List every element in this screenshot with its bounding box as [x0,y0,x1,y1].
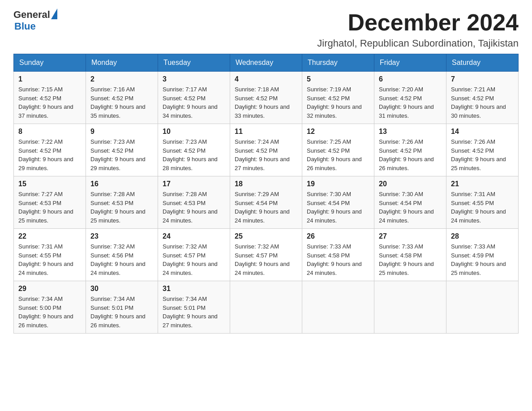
day-number: 19 [307,180,369,188]
day-info: Sunrise: 7:33 AMSunset: 4:59 PMDaylight:… [451,243,506,276]
page-header: General Blue December 2024 Jirghatol, Re… [13,9,519,49]
day-number: 11 [235,128,297,136]
table-row: 19 Sunrise: 7:30 AMSunset: 4:54 PMDaylig… [302,176,374,229]
day-info: Sunrise: 7:27 AMSunset: 4:53 PMDaylight:… [18,191,73,224]
col-friday: Friday [374,54,446,72]
day-info: Sunrise: 7:16 AMSunset: 4:52 PMDaylight:… [90,86,146,119]
table-row: 25 Sunrise: 7:32 AMSunset: 4:57 PMDaylig… [230,229,302,281]
day-info: Sunrise: 7:28 AMSunset: 4:53 PMDaylight:… [90,191,146,224]
table-row: 29 Sunrise: 7:34 AMSunset: 5:00 PMDaylig… [14,281,86,334]
day-info: Sunrise: 7:23 AMSunset: 4:52 PMDaylight:… [90,138,146,171]
week-row-2: 8 Sunrise: 7:22 AMSunset: 4:52 PMDayligh… [14,124,519,176]
day-number: 17 [163,180,225,188]
day-info: Sunrise: 7:30 AMSunset: 4:54 PMDaylight:… [379,191,434,224]
table-row: 13 Sunrise: 7:26 AMSunset: 4:52 PMDaylig… [374,124,446,176]
day-info: Sunrise: 7:30 AMSunset: 4:54 PMDaylight:… [307,191,362,224]
day-info: Sunrise: 7:34 AMSunset: 5:00 PMDaylight:… [18,295,73,329]
col-monday: Monday [86,54,158,72]
table-row [302,281,374,334]
table-row: 4 Sunrise: 7:18 AMSunset: 4:52 PMDayligh… [230,72,302,124]
day-info: Sunrise: 7:18 AMSunset: 4:52 PMDaylight:… [235,86,290,119]
day-info: Sunrise: 7:31 AMSunset: 4:55 PMDaylight:… [451,191,506,224]
day-number: 30 [90,285,153,293]
day-number: 31 [163,285,225,293]
day-info: Sunrise: 7:24 AMSunset: 4:52 PMDaylight:… [235,138,290,171]
table-row: 14 Sunrise: 7:26 AMSunset: 4:52 PMDaylig… [446,124,519,176]
day-number: 27 [379,232,442,240]
day-number: 2 [90,75,153,83]
table-row: 18 Sunrise: 7:29 AMSunset: 4:54 PMDaylig… [230,176,302,229]
table-row [374,281,446,334]
title-area: December 2024 Jirghatol, Republican Subo… [317,9,519,49]
day-info: Sunrise: 7:29 AMSunset: 4:54 PMDaylight:… [235,191,290,224]
table-row [230,281,302,334]
table-row: 30 Sunrise: 7:34 AMSunset: 5:01 PMDaylig… [86,281,158,334]
table-row: 7 Sunrise: 7:21 AMSunset: 4:52 PMDayligh… [446,72,519,124]
table-row: 12 Sunrise: 7:25 AMSunset: 4:52 PMDaylig… [302,124,374,176]
table-row: 16 Sunrise: 7:28 AMSunset: 4:53 PMDaylig… [86,176,158,229]
table-row: 28 Sunrise: 7:33 AMSunset: 4:59 PMDaylig… [446,229,519,281]
day-info: Sunrise: 7:23 AMSunset: 4:52 PMDaylight:… [163,138,218,171]
table-row: 9 Sunrise: 7:23 AMSunset: 4:52 PMDayligh… [86,124,158,176]
table-row: 8 Sunrise: 7:22 AMSunset: 4:52 PMDayligh… [14,124,86,176]
day-info: Sunrise: 7:15 AMSunset: 4:52 PMDaylight:… [18,86,73,119]
table-row [446,281,519,334]
table-row: 22 Sunrise: 7:31 AMSunset: 4:55 PMDaylig… [14,229,86,281]
table-row: 2 Sunrise: 7:16 AMSunset: 4:52 PMDayligh… [86,72,158,124]
table-row: 5 Sunrise: 7:19 AMSunset: 4:52 PMDayligh… [302,72,374,124]
day-info: Sunrise: 7:25 AMSunset: 4:52 PMDaylight:… [307,138,362,171]
day-info: Sunrise: 7:34 AMSunset: 5:01 PMDaylight:… [163,295,218,329]
day-info: Sunrise: 7:19 AMSunset: 4:52 PMDaylight:… [307,86,362,119]
day-number: 4 [235,75,297,83]
day-number: 29 [18,285,81,293]
month-title: December 2024 [317,9,519,36]
day-info: Sunrise: 7:34 AMSunset: 5:01 PMDaylight:… [90,295,146,329]
day-number: 3 [163,75,225,83]
day-info: Sunrise: 7:26 AMSunset: 4:52 PMDaylight:… [451,138,506,171]
day-number: 9 [90,128,153,136]
location-subtitle: Jirghatol, Republican Subordination, Taj… [317,38,519,49]
logo-text-blue: Blue [14,21,57,32]
day-info: Sunrise: 7:26 AMSunset: 4:52 PMDaylight:… [379,138,434,171]
table-row: 23 Sunrise: 7:32 AMSunset: 4:56 PMDaylig… [86,229,158,281]
day-info: Sunrise: 7:33 AMSunset: 4:58 PMDaylight:… [379,243,434,276]
week-row-4: 22 Sunrise: 7:31 AMSunset: 4:55 PMDaylig… [14,229,519,281]
day-number: 21 [451,180,514,188]
table-row: 27 Sunrise: 7:33 AMSunset: 4:58 PMDaylig… [374,229,446,281]
day-number: 5 [307,75,369,83]
day-number: 1 [18,75,81,83]
week-row-3: 15 Sunrise: 7:27 AMSunset: 4:53 PMDaylig… [14,176,519,229]
day-number: 13 [379,128,442,136]
day-number: 6 [379,75,442,83]
day-number: 23 [90,232,153,240]
day-number: 18 [235,180,297,188]
week-row-1: 1 Sunrise: 7:15 AMSunset: 4:52 PMDayligh… [14,72,519,124]
table-row: 20 Sunrise: 7:30 AMSunset: 4:54 PMDaylig… [374,176,446,229]
day-info: Sunrise: 7:20 AMSunset: 4:52 PMDaylight:… [379,86,434,119]
logo-text-general: General [13,9,50,21]
table-row: 15 Sunrise: 7:27 AMSunset: 4:53 PMDaylig… [14,176,86,229]
day-number: 16 [90,180,153,188]
table-row: 26 Sunrise: 7:33 AMSunset: 4:58 PMDaylig… [302,229,374,281]
day-number: 26 [307,232,369,240]
day-info: Sunrise: 7:31 AMSunset: 4:55 PMDaylight:… [18,243,73,276]
day-info: Sunrise: 7:32 AMSunset: 4:57 PMDaylight:… [163,243,218,276]
day-info: Sunrise: 7:32 AMSunset: 4:57 PMDaylight:… [235,243,290,276]
day-number: 7 [451,75,514,83]
day-number: 25 [235,232,297,240]
table-row: 17 Sunrise: 7:28 AMSunset: 4:53 PMDaylig… [158,176,230,229]
day-number: 28 [451,232,514,240]
day-number: 24 [163,232,225,240]
logo: General Blue [13,9,57,32]
day-info: Sunrise: 7:33 AMSunset: 4:58 PMDaylight:… [307,243,362,276]
day-info: Sunrise: 7:28 AMSunset: 4:53 PMDaylight:… [163,191,218,224]
col-wednesday: Wednesday [230,54,302,72]
table-row: 21 Sunrise: 7:31 AMSunset: 4:55 PMDaylig… [446,176,519,229]
table-row: 3 Sunrise: 7:17 AMSunset: 4:52 PMDayligh… [158,72,230,124]
day-info: Sunrise: 7:17 AMSunset: 4:52 PMDaylight:… [163,86,218,119]
table-row: 24 Sunrise: 7:32 AMSunset: 4:57 PMDaylig… [158,229,230,281]
day-number: 15 [18,180,81,188]
day-number: 20 [379,180,442,188]
day-number: 22 [18,232,81,240]
col-tuesday: Tuesday [158,54,230,72]
